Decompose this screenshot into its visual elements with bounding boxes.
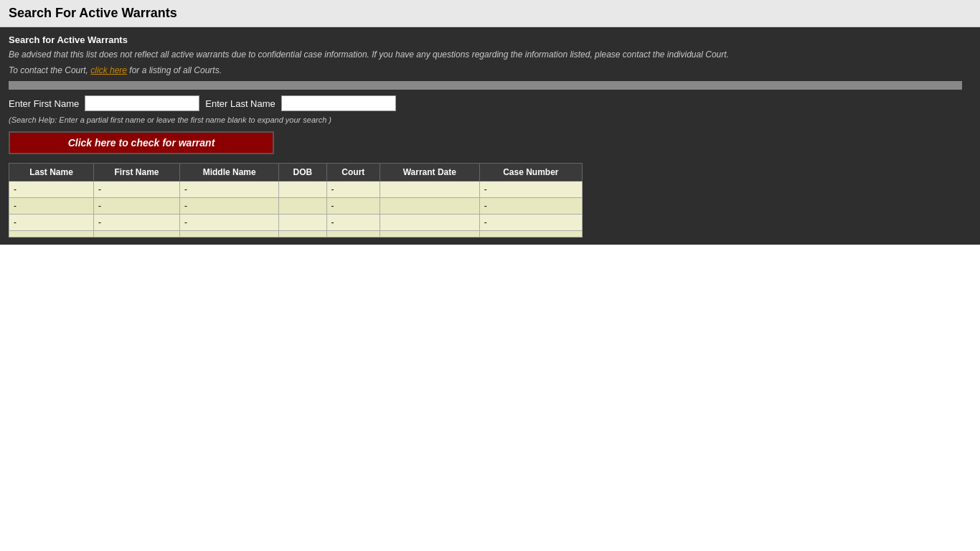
table-cell (279, 215, 326, 231)
progress-bar (9, 81, 962, 90)
table-cell: - (94, 182, 180, 198)
table-cell (380, 182, 480, 198)
table-cell: - (326, 198, 380, 215)
table-cell: - (326, 182, 380, 198)
table-cell: - (94, 215, 180, 231)
table-cell: - (479, 215, 582, 231)
contact-line: To contact the Court, click here for a l… (9, 65, 971, 75)
table-cell: - (326, 215, 380, 231)
col-first-name: First Name (94, 164, 180, 182)
last-name-label: Enter Last Name (205, 98, 275, 109)
last-name-input[interactable] (281, 95, 396, 111)
table-cell: - (9, 215, 94, 231)
table-cell (380, 215, 480, 231)
table-cell (94, 231, 180, 237)
col-dob: DOB (279, 164, 326, 182)
table-header-row: Last Name First Name Middle Name DOB Cou… (9, 164, 583, 182)
table-cell (279, 182, 326, 198)
table-cell: - (180, 182, 279, 198)
table-row: ----- (9, 182, 583, 198)
table-row: ----- (9, 198, 583, 215)
section-title: Search for Active Warrants (9, 34, 971, 45)
check-warrant-button[interactable]: Click here to check for warrant (9, 131, 274, 154)
col-court: Court (326, 164, 380, 182)
table-cell (9, 231, 94, 237)
table-cell: - (479, 198, 582, 215)
first-name-input[interactable] (85, 95, 199, 111)
contact-suffix: for a listing of all Courts. (127, 65, 222, 75)
table-cell (279, 198, 326, 215)
results-body: --------------- (9, 182, 583, 237)
table-cell (326, 231, 380, 237)
col-middle-name: Middle Name (180, 164, 279, 182)
first-name-label: Enter First Name (9, 98, 79, 109)
table-cell (479, 231, 582, 237)
col-warrant-date: Warrant Date (380, 164, 480, 182)
table-cell: - (9, 198, 94, 215)
advisory-text: Be advised that this list does not refle… (9, 50, 971, 60)
search-form-row: Enter First Name Enter Last Name (9, 95, 971, 111)
table-cell: - (479, 182, 582, 198)
search-help: (Search Help: Enter a partial first name… (9, 116, 971, 124)
table-cell: - (180, 198, 279, 215)
table-row: ----- (9, 215, 583, 231)
progress-bar-container (9, 81, 971, 90)
col-case-number: Case Number (479, 164, 582, 182)
table-row (9, 231, 583, 237)
table-cell (380, 231, 480, 237)
table-cell: - (9, 182, 94, 198)
contact-prefix: To contact the Court, (9, 65, 90, 75)
table-cell: - (94, 198, 180, 215)
table-cell (180, 231, 279, 237)
page-title: Search For Active Warrants (0, 0, 980, 27)
courts-link[interactable]: click here (90, 65, 127, 75)
main-content: Search for Active Warrants Be advised th… (0, 27, 980, 245)
table-cell (279, 231, 326, 237)
table-cell: - (180, 215, 279, 231)
col-last-name: Last Name (9, 164, 94, 182)
results-table: Last Name First Name Middle Name DOB Cou… (9, 163, 583, 237)
table-cell (380, 198, 480, 215)
